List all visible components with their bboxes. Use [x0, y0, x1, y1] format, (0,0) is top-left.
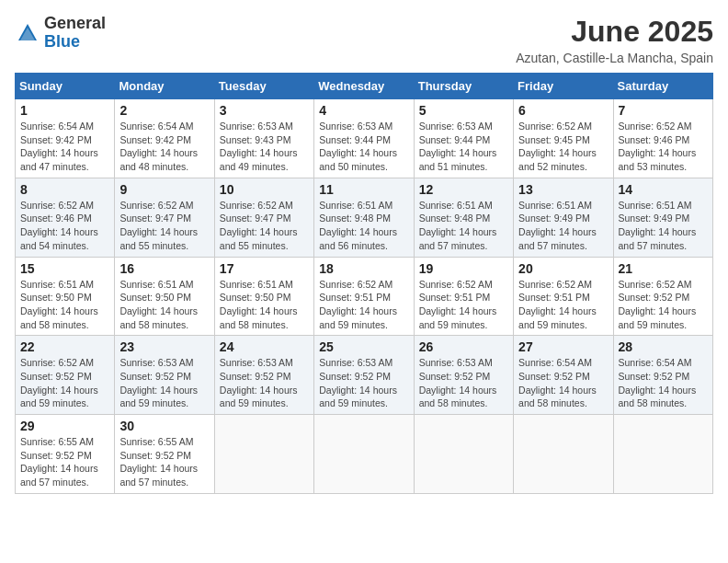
- day-detail: Sunrise: 6:51 AM Sunset: 9:49 PM Dayligh…: [518, 199, 608, 253]
- calendar-cell: 28Sunrise: 6:54 AM Sunset: 9:52 PM Dayli…: [613, 336, 712, 415]
- calendar-cell: 19Sunrise: 6:52 AM Sunset: 9:51 PM Dayli…: [414, 257, 513, 336]
- day-number: 12: [419, 182, 508, 197]
- day-detail: Sunrise: 6:55 AM Sunset: 9:52 PM Dayligh…: [20, 435, 109, 489]
- day-detail: Sunrise: 6:52 AM Sunset: 9:46 PM Dayligh…: [619, 120, 708, 174]
- calendar-cell: 27Sunrise: 6:54 AM Sunset: 9:52 PM Dayli…: [514, 336, 613, 415]
- day-number: 25: [319, 339, 408, 354]
- calendar-cell: [414, 415, 513, 494]
- day-number: 3: [220, 103, 309, 118]
- calendar-week-row: 8Sunrise: 6:52 AM Sunset: 9:46 PM Daylig…: [16, 178, 713, 257]
- day-detail: Sunrise: 6:53 AM Sunset: 9:52 PM Dayligh…: [220, 356, 309, 410]
- day-number: 4: [319, 103, 408, 118]
- day-detail: Sunrise: 6:54 AM Sunset: 9:42 PM Dayligh…: [119, 120, 209, 174]
- day-detail: Sunrise: 6:51 AM Sunset: 9:50 PM Dayligh…: [119, 278, 209, 332]
- weekday-header-sunday: Sunday: [16, 74, 115, 99]
- calendar-cell: 20Sunrise: 6:52 AM Sunset: 9:51 PM Dayli…: [514, 257, 613, 336]
- day-number: 18: [319, 261, 408, 276]
- day-number: 24: [220, 339, 309, 354]
- calendar-cell: 11Sunrise: 6:51 AM Sunset: 9:48 PM Dayli…: [314, 178, 414, 257]
- calendar-cell: 18Sunrise: 6:52 AM Sunset: 9:51 PM Dayli…: [314, 257, 414, 336]
- calendar-cell: 2Sunrise: 6:54 AM Sunset: 9:42 PM Daylig…: [115, 99, 214, 178]
- day-number: 29: [20, 419, 109, 433]
- calendar-table: SundayMondayTuesdayWednesdayThursdayFrid…: [15, 73, 713, 494]
- calendar-cell: 15Sunrise: 6:51 AM Sunset: 9:50 PM Dayli…: [16, 257, 115, 336]
- calendar-cell: 8Sunrise: 6:52 AM Sunset: 9:46 PM Daylig…: [16, 178, 115, 257]
- day-detail: Sunrise: 6:52 AM Sunset: 9:52 PM Dayligh…: [619, 278, 708, 332]
- weekday-header-saturday: Saturday: [613, 74, 712, 99]
- day-number: 11: [319, 182, 408, 197]
- day-number: 13: [518, 182, 608, 197]
- day-number: 16: [119, 261, 209, 276]
- calendar-cell: 23Sunrise: 6:53 AM Sunset: 9:52 PM Dayli…: [115, 336, 214, 415]
- calendar-cell: 12Sunrise: 6:51 AM Sunset: 9:48 PM Dayli…: [414, 178, 513, 257]
- day-number: 2: [119, 103, 209, 118]
- day-detail: Sunrise: 6:52 AM Sunset: 9:47 PM Dayligh…: [119, 199, 209, 253]
- day-number: 15: [20, 261, 109, 276]
- page-header: General Blue June 2025 Azutan, Castille-…: [15, 15, 713, 65]
- calendar-cell: 9Sunrise: 6:52 AM Sunset: 9:47 PM Daylig…: [115, 178, 214, 257]
- day-number: 7: [619, 103, 708, 118]
- logo-general: General: [44, 14, 106, 32]
- calendar-cell: 26Sunrise: 6:53 AM Sunset: 9:52 PM Dayli…: [414, 336, 513, 415]
- day-detail: Sunrise: 6:53 AM Sunset: 9:44 PM Dayligh…: [419, 120, 508, 174]
- day-detail: Sunrise: 6:51 AM Sunset: 9:50 PM Dayligh…: [20, 278, 109, 332]
- day-number: 9: [119, 182, 209, 197]
- day-detail: Sunrise: 6:53 AM Sunset: 9:52 PM Dayligh…: [319, 356, 408, 410]
- calendar-cell: 30Sunrise: 6:55 AM Sunset: 9:52 PM Dayli…: [115, 415, 214, 494]
- day-number: 20: [518, 261, 608, 276]
- weekday-header-tuesday: Tuesday: [214, 74, 313, 99]
- day-detail: Sunrise: 6:54 AM Sunset: 9:42 PM Dayligh…: [20, 120, 109, 174]
- calendar-cell: [214, 415, 313, 494]
- calendar-cell: [613, 415, 712, 494]
- calendar-cell: 21Sunrise: 6:52 AM Sunset: 9:52 PM Dayli…: [613, 257, 712, 336]
- calendar-cell: 5Sunrise: 6:53 AM Sunset: 9:44 PM Daylig…: [414, 99, 513, 178]
- calendar-cell: [314, 415, 414, 494]
- weekday-header-friday: Friday: [514, 74, 613, 99]
- day-number: 6: [518, 103, 608, 118]
- calendar-cell: 17Sunrise: 6:51 AM Sunset: 9:50 PM Dayli…: [214, 257, 313, 336]
- day-detail: Sunrise: 6:53 AM Sunset: 9:44 PM Dayligh…: [319, 120, 408, 174]
- calendar-cell: 7Sunrise: 6:52 AM Sunset: 9:46 PM Daylig…: [613, 99, 712, 178]
- weekday-header-wednesday: Wednesday: [314, 74, 414, 99]
- calendar-cell: 4Sunrise: 6:53 AM Sunset: 9:44 PM Daylig…: [314, 99, 414, 178]
- calendar-title: June 2025: [516, 15, 713, 49]
- calendar-week-row: 29Sunrise: 6:55 AM Sunset: 9:52 PM Dayli…: [16, 415, 713, 494]
- day-detail: Sunrise: 6:51 AM Sunset: 9:49 PM Dayligh…: [619, 199, 708, 253]
- calendar-cell: 14Sunrise: 6:51 AM Sunset: 9:49 PM Dayli…: [613, 178, 712, 257]
- day-number: 28: [619, 339, 708, 354]
- calendar-week-row: 1Sunrise: 6:54 AM Sunset: 9:42 PM Daylig…: [16, 99, 713, 178]
- day-number: 26: [419, 339, 508, 354]
- day-number: 27: [518, 339, 608, 354]
- day-number: 10: [220, 182, 309, 197]
- day-number: 8: [20, 182, 109, 197]
- calendar-cell: 29Sunrise: 6:55 AM Sunset: 9:52 PM Dayli…: [16, 415, 115, 494]
- day-number: 23: [119, 339, 209, 354]
- calendar-cell: 25Sunrise: 6:53 AM Sunset: 9:52 PM Dayli…: [314, 336, 414, 415]
- logo: General Blue: [15, 15, 106, 52]
- logo-blue: Blue: [44, 32, 80, 51]
- day-detail: Sunrise: 6:52 AM Sunset: 9:45 PM Dayligh…: [518, 120, 608, 174]
- day-number: 30: [119, 419, 209, 433]
- day-number: 22: [20, 339, 109, 354]
- weekday-header-thursday: Thursday: [414, 74, 513, 99]
- calendar-cell: 6Sunrise: 6:52 AM Sunset: 9:45 PM Daylig…: [514, 99, 613, 178]
- day-detail: Sunrise: 6:51 AM Sunset: 9:50 PM Dayligh…: [220, 278, 309, 332]
- day-detail: Sunrise: 6:52 AM Sunset: 9:46 PM Dayligh…: [20, 199, 109, 253]
- day-detail: Sunrise: 6:51 AM Sunset: 9:48 PM Dayligh…: [319, 199, 408, 253]
- day-detail: Sunrise: 6:52 AM Sunset: 9:51 PM Dayligh…: [319, 278, 408, 332]
- day-detail: Sunrise: 6:52 AM Sunset: 9:51 PM Dayligh…: [518, 278, 608, 332]
- day-number: 1: [20, 103, 109, 118]
- day-detail: Sunrise: 6:53 AM Sunset: 9:52 PM Dayligh…: [419, 356, 508, 410]
- calendar-cell: 1Sunrise: 6:54 AM Sunset: 9:42 PM Daylig…: [16, 99, 115, 178]
- day-detail: Sunrise: 6:55 AM Sunset: 9:52 PM Dayligh…: [119, 435, 209, 489]
- day-detail: Sunrise: 6:53 AM Sunset: 9:43 PM Dayligh…: [220, 120, 309, 174]
- calendar-cell: 24Sunrise: 6:53 AM Sunset: 9:52 PM Dayli…: [214, 336, 313, 415]
- day-detail: Sunrise: 6:54 AM Sunset: 9:52 PM Dayligh…: [518, 356, 608, 410]
- calendar-cell: 10Sunrise: 6:52 AM Sunset: 9:47 PM Dayli…: [214, 178, 313, 257]
- calendar-cell: 16Sunrise: 6:51 AM Sunset: 9:50 PM Dayli…: [115, 257, 214, 336]
- day-detail: Sunrise: 6:52 AM Sunset: 9:51 PM Dayligh…: [419, 278, 508, 332]
- day-detail: Sunrise: 6:54 AM Sunset: 9:52 PM Dayligh…: [619, 356, 708, 410]
- day-number: 14: [619, 182, 708, 197]
- day-number: 21: [619, 261, 708, 276]
- calendar-cell: 22Sunrise: 6:52 AM Sunset: 9:52 PM Dayli…: [16, 336, 115, 415]
